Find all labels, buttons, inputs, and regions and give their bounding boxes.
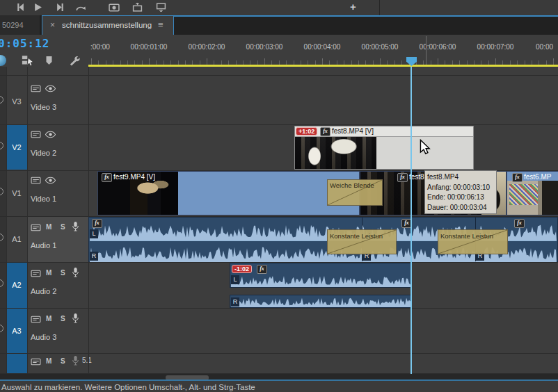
lift-icon[interactable] bbox=[132, 3, 143, 12]
waveform-left bbox=[231, 275, 410, 287]
ruler-tick-label: 00:00:07:00 bbox=[477, 43, 514, 51]
track-id-v1[interactable]: V1 bbox=[6, 189, 27, 197]
premiere-timeline-panel: + 50294 × schnittzusammenstellung ≡ 0:05… bbox=[0, 0, 558, 392]
sync-lock-icon[interactable] bbox=[31, 358, 41, 366]
solo-button[interactable]: S bbox=[61, 315, 65, 322]
tab-sequence-50294[interactable]: 50294 bbox=[0, 15, 40, 35]
ruler-tick-label: 00:00:06:00 bbox=[420, 43, 456, 51]
ruler-tick-label: :00:00 bbox=[90, 43, 110, 51]
track-name-a1[interactable]: Audio 1 bbox=[31, 241, 56, 250]
track-name-v1[interactable]: Video 1 bbox=[31, 195, 56, 203]
fx-badge[interactable]: fx bbox=[397, 173, 408, 182]
fx-badge[interactable]: fx bbox=[92, 219, 102, 228]
mouse-cursor bbox=[420, 139, 431, 156]
tab-schnittzusammenstellung[interactable]: × schnittzusammenstellung ≡ bbox=[42, 15, 174, 35]
add-marker-icon[interactable] bbox=[45, 56, 54, 65]
solo-button[interactable]: S bbox=[61, 357, 65, 365]
mute-button[interactable]: M bbox=[46, 269, 51, 277]
out-of-sync-badge[interactable]: -1:02 bbox=[232, 265, 252, 273]
channel-label-right: R bbox=[231, 297, 239, 307]
transition-weiche-blende[interactable]: Weiche Blende bbox=[327, 179, 383, 206]
track-id-a2[interactable]: A2 bbox=[6, 281, 27, 289]
current-timecode[interactable]: 0:05:12 bbox=[0, 37, 49, 50]
track-name-v3[interactable]: Video 3 bbox=[31, 103, 56, 111]
transport-toolbar: + bbox=[0, 0, 558, 16]
clip-audio-a2[interactable]: -1:02 fx L bbox=[230, 263, 412, 288]
timeline-settings-icon[interactable] bbox=[68, 55, 80, 66]
clip-fest8-v2-selected[interactable]: +1:02 fx fest8.MP4 [V] bbox=[294, 126, 474, 170]
solo-button[interactable]: S bbox=[61, 223, 65, 231]
column-divider bbox=[6, 67, 7, 374]
waveform-right bbox=[231, 297, 410, 307]
clip-thumbnail bbox=[295, 137, 376, 169]
panel-tab-bar: 50294 × schnittzusammenstellung ≡ bbox=[0, 15, 558, 35]
out-of-sync-badge[interactable]: +1:02 bbox=[296, 127, 317, 136]
fx-badge[interactable]: fx bbox=[257, 265, 267, 274]
track-id-v3[interactable]: V3 bbox=[6, 97, 27, 106]
snap-icon[interactable] bbox=[0, 55, 6, 66]
channel-label-left: L bbox=[90, 229, 98, 238]
voiceover-mic-icon[interactable] bbox=[72, 313, 79, 323]
panel-focus-border-top bbox=[173, 15, 558, 17]
fx-badge[interactable]: fx bbox=[512, 173, 523, 182]
track-id-v2[interactable]: V2 bbox=[6, 143, 27, 152]
solo-button[interactable]: S bbox=[61, 269, 65, 277]
voiceover-mic-icon[interactable] bbox=[72, 267, 79, 277]
mute-button[interactable]: M bbox=[46, 315, 51, 322]
track-id-a3[interactable]: A3 bbox=[6, 327, 27, 335]
voiceover-mic-icon[interactable] bbox=[72, 355, 79, 366]
linked-selection-icon[interactable] bbox=[21, 55, 35, 66]
track-name-v2[interactable]: Video 2 bbox=[31, 149, 56, 157]
add-button[interactable]: + bbox=[350, 1, 356, 13]
clip-info-tooltip: fest8.MP4 Anfang: 00:00:03:10 Ende: 00:0… bbox=[424, 170, 497, 214]
voiceover-mic-icon[interactable] bbox=[72, 221, 79, 231]
clip-fest6[interactable]: fx fest6.MP bbox=[507, 171, 558, 215]
track-name-a3[interactable]: Audio 3 bbox=[31, 333, 56, 341]
ruler-tick-label: 00:00:04:00 bbox=[304, 43, 341, 51]
sync-lock-icon[interactable] bbox=[31, 85, 41, 92]
track-output-eye-icon[interactable] bbox=[45, 131, 56, 138]
play-icon[interactable] bbox=[33, 3, 42, 12]
sync-lock-icon[interactable] bbox=[31, 131, 41, 138]
work-area-bar[interactable] bbox=[88, 65, 558, 67]
clip-fest9[interactable]: fx fest9.MP4 [V] bbox=[97, 171, 360, 215]
tooltip-duration: Dauer: 00:00:03:04 bbox=[427, 203, 494, 213]
step-forward-icon[interactable] bbox=[56, 3, 65, 12]
track-divider bbox=[0, 353, 558, 354]
track-divider bbox=[0, 75, 558, 76]
channel-label-right: R bbox=[90, 252, 98, 261]
sync-lock-icon[interactable] bbox=[31, 224, 41, 231]
export-frame-icon[interactable] bbox=[109, 3, 120, 12]
master-channel-label: 5.1 bbox=[82, 357, 92, 364]
panel-menu-icon[interactable]: ≡ bbox=[158, 16, 164, 34]
track-output-eye-icon[interactable] bbox=[45, 85, 56, 92]
track-output-eye-icon[interactable] bbox=[45, 177, 56, 184]
transition-konstante-leistung[interactable]: Konstante Leistun bbox=[438, 229, 508, 254]
transition-label: Konstante Leistun bbox=[440, 232, 493, 240]
tab-close-icon[interactable]: × bbox=[50, 16, 55, 34]
playhead-line[interactable] bbox=[410, 67, 412, 374]
channel-label-left: L bbox=[231, 275, 239, 284]
sync-lock-icon[interactable] bbox=[31, 316, 41, 323]
mute-button[interactable]: M bbox=[46, 223, 51, 231]
transition-label: Konstante Leistun bbox=[330, 232, 383, 240]
fx-badge[interactable]: fx bbox=[102, 173, 112, 182]
extract-icon[interactable] bbox=[156, 3, 166, 12]
clip-audio-a2-right[interactable]: R bbox=[230, 295, 412, 308]
fx-badge[interactable]: fx bbox=[320, 127, 330, 136]
transition-konstante-leistung[interactable]: Konstante Leistun bbox=[327, 229, 397, 254]
clip-title: fest8.MP4 [V] bbox=[332, 127, 374, 135]
fx-badge[interactable]: fx bbox=[514, 219, 525, 228]
track-divider bbox=[0, 373, 558, 374]
track-id-a1[interactable]: A1 bbox=[6, 235, 27, 243]
column-divider bbox=[27, 67, 28, 374]
track-target-master[interactable] bbox=[6, 354, 27, 373]
ruler-tick-label: 00:00:05:00 bbox=[362, 43, 399, 51]
step-back-icon[interactable] bbox=[15, 3, 25, 12]
track-divider bbox=[0, 216, 558, 217]
play-around-icon[interactable] bbox=[75, 3, 86, 12]
sync-lock-icon[interactable] bbox=[31, 270, 41, 277]
track-name-a2[interactable]: Audio 2 bbox=[31, 287, 56, 295]
mute-button[interactable]: M bbox=[46, 357, 51, 365]
sync-lock-icon[interactable] bbox=[31, 177, 41, 184]
